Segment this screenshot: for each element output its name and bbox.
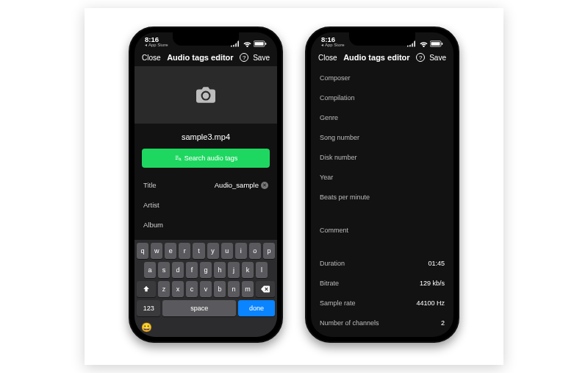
- help-icon[interactable]: ?: [416, 53, 425, 62]
- field-bpm[interactable]: Beats per minute: [311, 187, 453, 207]
- svg-rect-5: [431, 42, 440, 46]
- field-title[interactable]: Title Audio_sample✕: [135, 175, 277, 195]
- key-g[interactable]: g: [200, 262, 212, 278]
- album-art-placeholder[interactable]: [135, 66, 277, 124]
- key-w[interactable]: w: [151, 243, 162, 259]
- field-compilation[interactable]: Compilation: [311, 88, 453, 107]
- field-year[interactable]: Year: [311, 167, 453, 187]
- phone-mockup-right: 8:16 ◂ App Store Close Audio tags editor…: [305, 26, 459, 343]
- svg-rect-6: [442, 43, 443, 45]
- key-d[interactable]: d: [172, 262, 184, 278]
- field-label: Album: [143, 221, 163, 229]
- key-y[interactable]: y: [207, 243, 219, 259]
- key-t[interactable]: t: [193, 243, 204, 259]
- key-k[interactable]: k: [242, 262, 254, 278]
- field-value: Audio_sample: [215, 181, 259, 189]
- page-title: Audio tags editor: [343, 53, 409, 62]
- status-time: 8:16: [145, 36, 168, 43]
- key-o[interactable]: o: [249, 243, 261, 259]
- field-label: Artist: [143, 201, 159, 209]
- backspace-icon: [261, 285, 270, 293]
- save-button[interactable]: Save: [253, 54, 270, 62]
- phone-notch: [173, 32, 239, 46]
- key-e[interactable]: e: [165, 243, 176, 259]
- ios-keyboard[interactable]: qwertyuiop asdfghjkl zxcvbnm 123 space d…: [135, 240, 277, 337]
- field-album[interactable]: Album: [135, 215, 277, 235]
- key-a[interactable]: a: [144, 262, 156, 278]
- back-to-app[interactable]: ◂ App Store: [321, 43, 345, 47]
- save-button[interactable]: Save: [429, 54, 446, 62]
- key-x[interactable]: x: [172, 281, 184, 297]
- filename-label: sample3.mp4: [135, 124, 277, 149]
- info-bitrate: Bitrate129 kb/s: [311, 273, 453, 293]
- wifi-icon: [420, 40, 428, 47]
- battery-icon: [430, 40, 443, 47]
- battery-icon: [254, 40, 267, 47]
- key-s[interactable]: s: [158, 262, 170, 278]
- field-comment[interactable]: Comment: [311, 220, 453, 240]
- key-f[interactable]: f: [186, 262, 198, 278]
- svg-rect-2: [265, 43, 267, 45]
- phone-mockup-left: 8:16 ◂ App Store Close Audio tags editor…: [129, 26, 283, 343]
- nav-bar: Close Audio tags editor ? Save: [311, 49, 453, 66]
- key-p[interactable]: p: [263, 243, 275, 259]
- info-channels: Number of channels2: [311, 313, 453, 333]
- field-artist[interactable]: Artist: [135, 195, 277, 215]
- key-j[interactable]: j: [228, 262, 240, 278]
- key-h[interactable]: h: [214, 262, 226, 278]
- key-u[interactable]: u: [221, 243, 233, 259]
- field-label: Title: [143, 181, 157, 189]
- key-l[interactable]: l: [256, 262, 268, 278]
- help-icon[interactable]: ?: [240, 53, 248, 62]
- info-duration: Duration01:45: [311, 253, 453, 273]
- close-button[interactable]: Close: [142, 54, 161, 62]
- back-to-app[interactable]: ◂ App Store: [145, 43, 168, 47]
- numeric-key[interactable]: 123: [137, 300, 160, 316]
- key-q[interactable]: q: [137, 243, 148, 259]
- key-m[interactable]: m: [242, 281, 254, 297]
- tag-fields-list: Composer Compilation Genre Song number D…: [311, 66, 453, 333]
- emoji-key[interactable]: 😀: [141, 322, 152, 333]
- field-genre[interactable]: Genre: [311, 107, 453, 127]
- key-z[interactable]: z: [158, 281, 170, 297]
- camera-icon: [196, 87, 215, 103]
- status-time: 8:16: [321, 36, 345, 43]
- phone-notch: [349, 32, 415, 46]
- search-audio-tags-button[interactable]: Search audio tags: [142, 149, 270, 168]
- shift-key[interactable]: [137, 281, 156, 297]
- key-n[interactable]: n: [228, 281, 240, 297]
- field-disk-number[interactable]: Disk number: [311, 147, 453, 167]
- clear-icon[interactable]: ✕: [261, 182, 268, 189]
- key-b[interactable]: b: [214, 281, 226, 297]
- field-composer[interactable]: Composer: [311, 68, 453, 88]
- screenshot-container: 8:16 ◂ App Store Close Audio tags editor…: [85, 8, 503, 365]
- page-title: Audio tags editor: [167, 53, 233, 62]
- key-v[interactable]: v: [200, 281, 212, 297]
- info-samplerate: Sample rate44100 Hz: [311, 293, 453, 313]
- done-key[interactable]: done: [238, 300, 275, 316]
- shift-icon: [143, 285, 150, 293]
- wifi-icon: [243, 40, 251, 47]
- backspace-key[interactable]: [256, 281, 275, 297]
- key-r[interactable]: r: [179, 243, 190, 259]
- field-song-number[interactable]: Song number: [311, 127, 453, 147]
- search-tags-icon: [174, 154, 182, 162]
- svg-rect-1: [255, 42, 264, 46]
- space-key[interactable]: space: [162, 300, 236, 316]
- key-i[interactable]: i: [235, 243, 247, 259]
- key-c[interactable]: c: [186, 281, 198, 297]
- nav-bar: Close Audio tags editor ? Save: [135, 49, 277, 66]
- close-button[interactable]: Close: [318, 54, 337, 62]
